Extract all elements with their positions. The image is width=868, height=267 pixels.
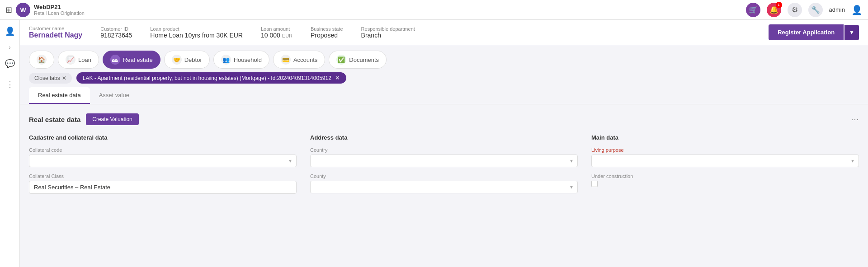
content-body: Real estate data Create Valuation ⋯ Cada…: [20, 104, 868, 218]
tab-loan[interactable]: 📈 Loan: [58, 51, 99, 69]
grid-menu-icon[interactable]: ⊞: [5, 5, 12, 15]
tab-real-estate[interactable]: 🏘 Real estate: [103, 51, 160, 69]
col-cadastre: Cadastre and collateral data Collateral …: [29, 134, 297, 200]
close-tabs-x-icon: ✕: [62, 75, 66, 81]
under-construction-group: Under construction: [591, 173, 859, 187]
sub-tab-asset-value-label: Asset value: [99, 92, 129, 98]
brand-logo: W: [16, 3, 30, 17]
col-address-title: Address data: [310, 134, 578, 141]
collateral-class-value: Real Securities – Real Estate: [29, 181, 297, 194]
left-sidebar: 👤 › 💬 ⋮: [0, 20, 20, 267]
top-bar-right: 🛒 🔔 1 ⚙ 🔧 admin 👤: [746, 3, 863, 17]
active-tag-item: LAK - Apartment (residential property, b…: [76, 72, 346, 84]
active-tag-close-icon[interactable]: ✕: [335, 75, 340, 81]
loan-product-label: Loan product: [150, 26, 243, 32]
accounts-tab-icon: 💳: [281, 55, 291, 65]
sub-tab-asset-value[interactable]: Asset value: [90, 87, 138, 104]
collateral-code-dropdown[interactable]: ▾: [29, 155, 297, 167]
sidebar-icon-more[interactable]: ⋮: [3, 77, 17, 92]
county-group: County ▾: [310, 173, 578, 193]
loan-product-field: Loan product Home Loan 10yrs from 30K EU…: [150, 26, 243, 39]
sub-tab-real-estate-data[interactable]: Real estate data: [29, 87, 90, 104]
under-construction-checkbox-group: [591, 181, 859, 187]
customer-id-field: Customer ID 918273645: [100, 26, 132, 39]
customer-id-label: Customer ID: [100, 26, 132, 32]
living-purpose-group: Living purpose ▾: [591, 147, 859, 167]
debtor-tab-label: Debtor: [184, 56, 202, 63]
country-group: Country ▾: [310, 147, 578, 167]
tab-navigation: 🏠 📈 Loan 🏘 Real estate 🤝 Debtor 👥 Househ…: [20, 45, 868, 69]
collateral-code-label: Collateral code: [29, 147, 297, 153]
tab-debtor[interactable]: 🤝 Debtor: [164, 51, 210, 69]
tab-household[interactable]: 👥 Household: [213, 51, 269, 69]
responsible-dept-field: Responsible department Branch: [361, 26, 415, 39]
customer-name-field: Customer name Bernadett Nagy: [29, 26, 82, 39]
collateral-class-label: Collateral Class: [29, 173, 297, 179]
responsible-dept-value: Branch: [361, 32, 415, 39]
household-tab-icon: 👥: [221, 55, 231, 65]
county-label: County: [310, 173, 578, 179]
col-main: Main data Living purpose ▾ Under constru…: [591, 134, 859, 200]
business-state-value: Proposed: [311, 32, 343, 39]
sidebar-icon-person[interactable]: 👤: [2, 23, 18, 39]
real-estate-tab-label: Real estate: [123, 56, 153, 63]
collateral-class-group: Collateral Class Real Securities – Real …: [29, 173, 297, 194]
living-purpose-chevron-icon: ▾: [851, 158, 854, 164]
main-layout: 👤 › 💬 ⋮ Customer name Bernadett Nagy Cus…: [0, 20, 868, 267]
tab-documents[interactable]: ✅ Documents: [329, 51, 387, 69]
active-tag-text: LAK - Apartment (residential property, b…: [83, 75, 331, 81]
sub-tab-real-estate-data-label: Real estate data: [38, 92, 81, 98]
basket-icon-btn[interactable]: 🛒: [746, 3, 760, 17]
loan-amount-label: Loan amount: [261, 26, 292, 32]
collateral-code-group: Collateral code ▾: [29, 147, 297, 167]
collateral-code-chevron-icon: ▾: [289, 158, 292, 164]
tab-accounts[interactable]: 💳 Accounts: [273, 51, 325, 69]
country-dropdown[interactable]: ▾: [310, 155, 578, 167]
app-subtitle: Retail Loan Origination: [34, 10, 85, 16]
loan-amount-field: Loan amount 10 000 EUR: [261, 26, 292, 39]
settings-icon-btn[interactable]: ⚙: [788, 3, 802, 17]
business-state-label: Business state: [311, 26, 343, 32]
app-title: WebDP21 Retail Loan Origination: [34, 4, 85, 16]
household-tab-label: Household: [234, 56, 262, 63]
accounts-tab-label: Accounts: [293, 56, 317, 63]
bell-badge: 1: [776, 2, 782, 8]
documents-tab-icon: ✅: [336, 55, 346, 65]
app-name: WebDP21: [34, 4, 85, 10]
county-dropdown[interactable]: ▾: [310, 181, 578, 193]
register-application-button[interactable]: Register Application: [769, 24, 844, 40]
country-chevron-icon: ▾: [570, 158, 573, 164]
county-chevron-icon: ▾: [570, 184, 573, 190]
under-construction-label: Under construction: [591, 173, 859, 179]
tools-icon-btn[interactable]: 🔧: [808, 3, 823, 17]
col-address: Address data Country ▾ County ▾: [310, 134, 578, 200]
living-purpose-dropdown[interactable]: ▾: [591, 155, 859, 167]
active-tag-bar: Close tabs ✕ LAK - Apartment (residentia…: [20, 69, 868, 87]
home-tab-icon: 🏠: [37, 55, 47, 65]
living-purpose-label: Living purpose: [591, 147, 859, 153]
sidebar-expand-icon[interactable]: ›: [9, 44, 11, 51]
tab-home[interactable]: 🏠: [29, 51, 54, 69]
business-state-field: Business state Proposed: [311, 26, 343, 39]
sidebar-icon-chat[interactable]: 💬: [2, 56, 18, 71]
content-area: Customer name Bernadett Nagy Customer ID…: [20, 20, 868, 267]
col-main-title: Main data: [591, 134, 859, 141]
user-avatar-icon[interactable]: 👤: [851, 5, 863, 15]
section-menu-icon[interactable]: ⋯: [851, 114, 859, 124]
close-tabs-button[interactable]: Close tabs ✕: [29, 73, 72, 84]
close-tabs-label: Close tabs: [34, 75, 60, 81]
info-bar: Customer name Bernadett Nagy Customer ID…: [20, 20, 868, 45]
basket-icon: 🛒: [749, 5, 758, 14]
loan-tab-label: Loan: [78, 56, 91, 63]
customer-id-value: 918273645: [100, 32, 132, 39]
customer-name-value: Bernadett Nagy: [29, 31, 82, 39]
col-cadastre-title: Cadastre and collateral data: [29, 134, 297, 141]
top-bar: ⊞ W WebDP21 Retail Loan Origination 🛒 🔔 …: [0, 0, 868, 20]
three-column-grid: Cadastre and collateral data Collateral …: [29, 134, 859, 200]
register-application-dropdown-button[interactable]: ▼: [844, 25, 859, 40]
under-construction-checkbox[interactable]: [591, 181, 598, 187]
loan-amount-value: 10 000 EUR: [261, 32, 292, 39]
create-valuation-button[interactable]: Create Valuation: [86, 113, 139, 125]
loan-tab-icon: 📈: [66, 55, 75, 65]
bell-icon-btn[interactable]: 🔔 1: [767, 3, 781, 17]
